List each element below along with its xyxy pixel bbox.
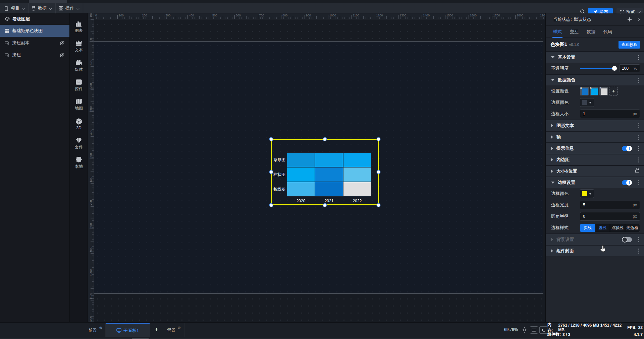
tool-text[interactable]: 文本 — [70, 37, 88, 56]
border-color-picker[interactable] — [580, 189, 594, 198]
section-data-colors[interactable]: 数据颜色 — [546, 74, 644, 85]
section-padding[interactable]: 内边距 — [546, 154, 644, 165]
remove-color-icon[interactable]: x — [590, 86, 592, 89]
section-basic-settings[interactable]: 基本设置 — [546, 51, 644, 63]
canvas-field[interactable]: 条形图柱状图折线图202020212022 — [94, 19, 545, 322]
selection-handle[interactable] — [323, 138, 326, 141]
foreground-tab[interactable]: 前景 ⊕ — [85, 323, 106, 337]
selection-handle[interactable] — [270, 204, 273, 207]
chevron-right-icon[interactable] — [636, 17, 640, 21]
heatmap-cell[interactable] — [343, 182, 371, 197]
tool-widgets[interactable]: 控件 — [70, 76, 88, 95]
tooltip-toggle-on[interactable] — [622, 146, 632, 151]
selection-handle[interactable] — [323, 204, 326, 207]
tab-style-label: 样式 — [553, 29, 562, 35]
data-color-swatch[interactable]: x — [590, 87, 598, 95]
components-label: 组件数: — [547, 332, 561, 337]
selection-handle[interactable] — [270, 171, 273, 174]
border-toggle-on[interactable] — [622, 180, 632, 185]
selected-color-block-chart[interactable]: 条形图柱状图折线图202020212022 — [271, 139, 379, 205]
background-toggle-off[interactable] — [622, 237, 632, 242]
remove-color-icon[interactable]: x — [580, 86, 582, 89]
tutorial-button[interactable]: 查看教程 — [619, 41, 640, 49]
eye-hidden-icon[interactable] — [60, 41, 65, 45]
board-tab-active[interactable]: 子看板1 — [106, 323, 150, 337]
lock-icon[interactable] — [635, 170, 639, 173]
kebab-menu-icon[interactable] — [638, 146, 639, 151]
heatmap-cell[interactable] — [315, 152, 343, 167]
border-width-input[interactable]: 5 px — [580, 201, 640, 209]
tool-local[interactable]: 本地 — [70, 153, 88, 173]
section-axis[interactable]: 轴 — [546, 131, 644, 142]
scrollbar-thumb[interactable] — [132, 338, 149, 339]
menu-operations[interactable]: 操作 — [55, 3, 83, 13]
menu-project[interactable]: 项目 — [0, 3, 29, 13]
tab-style[interactable]: 样式 — [553, 26, 562, 38]
keyboard-shortcuts-button[interactable] — [530, 326, 538, 334]
selection-handle[interactable] — [270, 138, 273, 141]
section-background-settings[interactable]: 背景设置 — [546, 233, 644, 245]
section-graphic-text[interactable]: 图形文本 — [546, 120, 644, 131]
add-circle-icon[interactable]: ⊕ — [99, 326, 102, 330]
border-style-dotted[interactable]: 点状线 — [610, 224, 625, 232]
zoom-percentage[interactable]: 69.79% — [504, 327, 518, 332]
border-style-dashed[interactable]: 虚线 — [595, 224, 610, 232]
kebab-menu-icon[interactable] — [638, 78, 639, 83]
kebab-menu-icon[interactable] — [638, 180, 639, 185]
canvas[interactable]: 0100200300400500600700800900100011001200… — [88, 13, 545, 322]
heatmap-cell[interactable] — [287, 152, 315, 167]
heatmap-cell[interactable] — [287, 167, 315, 182]
data-color-swatch[interactable]: x — [580, 87, 589, 95]
background-tab[interactable]: 背景 ⊕ — [163, 323, 184, 337]
heatmap-cell[interactable] — [343, 152, 371, 167]
heatmap-cell[interactable] — [343, 167, 371, 182]
heatmap-cell[interactable] — [315, 182, 343, 197]
opacity-slider[interactable] — [580, 68, 614, 69]
fit-view-button[interactable] — [521, 326, 529, 334]
kebab-menu-icon[interactable] — [638, 249, 639, 254]
ruler-label: 1600 — [470, 14, 477, 17]
selection-handle[interactable] — [377, 171, 380, 174]
add-state-icon[interactable] — [627, 17, 632, 22]
tool-kit[interactable]: 套件 — [70, 134, 88, 153]
data-border-color-picker[interactable] — [580, 98, 594, 107]
kebab-menu-icon[interactable] — [638, 123, 639, 128]
border-style-none[interactable]: 无边框 — [625, 224, 640, 232]
tab-data[interactable]: 数据 — [587, 26, 595, 38]
section-size-position[interactable]: 大小&位置 — [546, 165, 644, 177]
tab-code[interactable]: 代码 — [603, 26, 612, 38]
section-tooltip[interactable]: 提示信息 — [546, 142, 644, 154]
section-border-settings[interactable]: 边框设置 — [546, 177, 644, 188]
tab-interaction[interactable]: 交互 — [570, 26, 579, 38]
add-circle-icon[interactable]: ⊕ — [177, 326, 180, 330]
slider-knob[interactable] — [612, 66, 617, 71]
add-board-button[interactable]: + — [150, 323, 163, 337]
layer-item-button[interactable]: 按钮 — [0, 49, 69, 61]
horizontal-scrollbar[interactable] — [0, 338, 644, 339]
data-border-size-input[interactable]: 1 px — [580, 110, 640, 118]
layer-item-button-copy[interactable]: 按钮副本 — [0, 37, 69, 49]
eye-hidden-icon[interactable] — [60, 53, 65, 57]
heatmap-cell[interactable] — [315, 167, 343, 182]
kebab-menu-icon[interactable] — [638, 157, 639, 162]
add-color-button[interactable]: + — [609, 87, 618, 95]
heatmap-cell[interactable] — [287, 182, 315, 197]
selection-handle[interactable] — [377, 138, 380, 141]
kebab-menu-icon[interactable] — [638, 55, 639, 60]
tool-charts[interactable]: 图表 — [70, 17, 88, 37]
kebab-menu-icon[interactable] — [638, 237, 639, 242]
kebab-menu-icon[interactable] — [638, 135, 639, 140]
opacity-value-box[interactable]: 100 % — [619, 64, 640, 72]
selection-handle[interactable] — [377, 204, 380, 207]
layer-item-color-block-chart[interactable]: 基础矩形色块图 — [0, 25, 69, 37]
remove-color-icon[interactable]: x — [600, 86, 601, 89]
menu-data[interactable]: 数据 — [27, 3, 56, 13]
tool-map[interactable]: 地图 — [70, 95, 88, 115]
border-style-solid[interactable]: 实线 — [580, 224, 595, 232]
border-radius-input[interactable]: 0 px — [580, 212, 640, 221]
section-component-cover[interactable]: 组件封面 — [546, 245, 644, 256]
tool-media[interactable]: 媒体 — [70, 56, 88, 76]
data-color-swatch[interactable]: x — [599, 87, 608, 95]
console-button[interactable] — [539, 326, 547, 334]
tool-3d[interactable]: 3D — [70, 115, 88, 134]
